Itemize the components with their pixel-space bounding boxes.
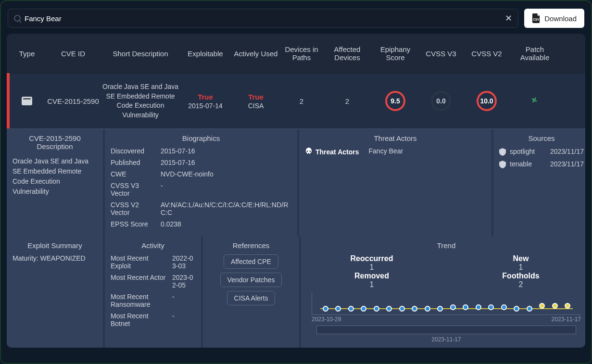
table-row[interactable]: CVE-2015-2590 Oracle Java SE and Java SE… bbox=[7, 73, 585, 128]
cisa-alerts-button[interactable]: CISA Alerts bbox=[227, 291, 276, 305]
trend-brush-label: 2023-11-17 bbox=[307, 336, 585, 343]
table-header: Type CVE ID Short Description Exploitabl… bbox=[7, 34, 585, 73]
trend-brush[interactable] bbox=[316, 326, 576, 334]
description-text: Oracle Java SE and Java SE Embedded Remo… bbox=[13, 156, 97, 197]
exploit-summary-card: Exploit Summary Maturity: WEAPONIZED bbox=[7, 237, 103, 348]
biographics-card: Biographics Discovered2015-07-16 Publish… bbox=[105, 129, 297, 237]
new-label: New bbox=[456, 254, 585, 263]
col-actively-used[interactable]: Actively Used bbox=[232, 50, 280, 58]
col-affected[interactable]: Affected Devices bbox=[323, 45, 371, 62]
cell-exploitable: True 2015-07-14 bbox=[179, 93, 232, 110]
col-cvss3[interactable]: CVSS V3 bbox=[419, 50, 463, 58]
sources-header: Sources bbox=[499, 134, 584, 142]
removed-label: Removed bbox=[307, 272, 437, 280]
shield-icon bbox=[499, 148, 506, 156]
reoccurred-label: Reoccurred bbox=[307, 254, 437, 263]
shield-icon bbox=[499, 161, 506, 168]
results-panel: Type CVE ID Short Description Exploitabl… bbox=[7, 34, 585, 348]
activity-header: Activity bbox=[111, 241, 195, 250]
removed-value: 1 bbox=[307, 280, 437, 289]
col-short-desc[interactable]: Short Description bbox=[102, 50, 179, 58]
search-input[interactable] bbox=[25, 14, 501, 23]
download-button[interactable]: CSV Download bbox=[524, 9, 584, 28]
source-row: spotlight 2023/11/17 bbox=[499, 147, 584, 156]
trend-card: Trend Reoccurred 1 Removed 1 New 1 Footh… bbox=[301, 237, 585, 348]
col-exploitable[interactable]: Exploitable bbox=[179, 50, 232, 58]
col-cve[interactable]: CVE ID bbox=[44, 50, 102, 58]
description-header: CVE-2015-2590 Description bbox=[13, 134, 97, 151]
search-icon bbox=[14, 15, 21, 22]
references-header: References bbox=[209, 241, 293, 250]
reoccurred-value: 1 bbox=[307, 263, 437, 272]
biographics-header: Biographics bbox=[111, 134, 291, 142]
cell-affected: 2 bbox=[323, 97, 371, 105]
epiphany-score-ring: 9.5 bbox=[385, 91, 405, 111]
col-type[interactable]: Type bbox=[10, 50, 44, 58]
col-cvss2[interactable]: CVSS V2 bbox=[463, 50, 511, 58]
cvss3-ring: 0.0 bbox=[431, 91, 451, 111]
threat-actor-value: Fancy Bear bbox=[369, 147, 403, 155]
type-icon bbox=[22, 97, 32, 105]
threat-actors-label: Threat Actors bbox=[305, 147, 359, 156]
col-devices-paths[interactable]: Devices in Paths bbox=[280, 45, 323, 62]
skull-icon bbox=[305, 147, 313, 156]
cell-devices-paths: 2 bbox=[280, 97, 323, 105]
row-selected-indicator bbox=[7, 73, 10, 128]
threat-actors-header: Threat Actors bbox=[305, 134, 486, 142]
col-patch[interactable]: Patch Available bbox=[511, 45, 559, 62]
description-card: CVE-2015-2590 Description Oracle Java SE… bbox=[7, 129, 103, 237]
trend-chart[interactable] bbox=[312, 293, 581, 315]
download-label: Download bbox=[544, 14, 577, 23]
trend-x-start: 2023-10-29 bbox=[312, 316, 341, 323]
cell-short-desc: Oracle Java SE and Java SE Embedded Remo… bbox=[102, 82, 179, 120]
cell-cve-id: CVE-2015-2590 bbox=[44, 97, 102, 105]
patch-available-icon bbox=[511, 96, 559, 106]
col-epiphany[interactable]: Epiphany Score bbox=[371, 45, 419, 62]
exploit-summary-header: Exploit Summary bbox=[13, 241, 97, 250]
footholds-label: Footholds bbox=[456, 272, 585, 280]
footholds-value: 2 bbox=[456, 280, 585, 289]
search-field[interactable]: ✕ bbox=[8, 9, 518, 28]
activity-card: Activity Most Recent Exploit2022-03-03 M… bbox=[105, 237, 201, 348]
svg-text:CSV: CSV bbox=[533, 18, 540, 21]
source-row: tenable 2023/11/17 bbox=[499, 160, 584, 168]
maturity-label: Maturity: WEAPONIZED bbox=[13, 254, 97, 262]
references-card: References Affected CPE Vendor Patches C… bbox=[203, 237, 299, 348]
cvss2-ring: 10.0 bbox=[477, 91, 497, 111]
cell-actively-used: True CISA bbox=[232, 93, 280, 110]
affected-cpe-button[interactable]: Affected CPE bbox=[224, 254, 278, 269]
threat-actors-card: Threat Actors Threat Actors Fancy Bear bbox=[299, 129, 491, 237]
csv-icon: CSV bbox=[532, 13, 541, 23]
clear-search-button[interactable]: ✕ bbox=[505, 13, 512, 24]
vendor-patches-button[interactable]: Vendor Patches bbox=[220, 273, 282, 287]
sources-card: Sources spotlight 2023/11/17 tenable 202… bbox=[493, 129, 585, 237]
trend-x-end: 2023-11-17 bbox=[552, 316, 581, 323]
new-value: 1 bbox=[456, 263, 585, 272]
trend-header: Trend bbox=[307, 241, 585, 250]
